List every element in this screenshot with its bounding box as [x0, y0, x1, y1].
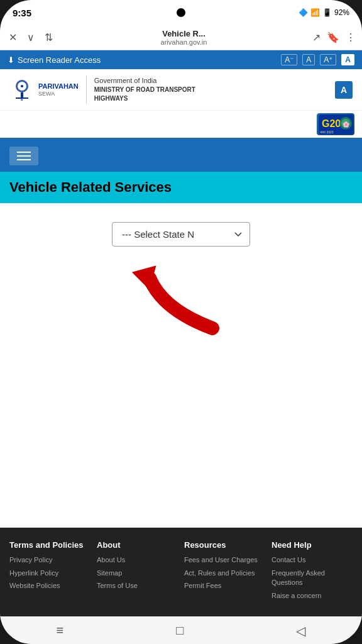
footer-link-website[interactable]: Website Policies: [9, 581, 90, 591]
wifi-icon: 📶: [310, 8, 320, 17]
red-arrow-icon: [112, 259, 250, 341]
tabs-button[interactable]: ⇅: [42, 30, 55, 45]
content-area: --- Select State N Andhra Pradesh Arunac…: [0, 203, 362, 528]
footer-link-hyperlink[interactable]: Hyperlink Policy: [9, 569, 90, 578]
ministry-line3: HIGHWAYS: [94, 94, 327, 103]
footer-link-act-rules[interactable]: Act, Rules and Policies: [184, 569, 265, 578]
bookmark-button[interactable]: 🔖: [327, 31, 339, 43]
font-size-controls: A⁻ A A⁺ A: [281, 54, 354, 65]
svg-text:भारत 2023: भारत 2023: [320, 130, 334, 134]
hamburger-line-1: [17, 152, 31, 153]
state-selector-wrapper: --- Select State N Andhra Pradesh Arunac…: [9, 222, 353, 247]
download-icon: ⬇: [8, 55, 14, 65]
footer-col1-title: Terms and Policies: [9, 540, 90, 551]
footer-link-fees[interactable]: Fees and User Charges: [184, 555, 265, 565]
footer-link-permit-fees[interactable]: Permit Fees: [184, 581, 265, 591]
url-display: arivahan.gov.in: [161, 38, 207, 46]
signal-icon: 📱: [322, 8, 332, 17]
logo-title: PARIVAHAN: [38, 82, 79, 91]
site-header: 🏛 PARIVAHAN SEWA Government of India MIN…: [0, 69, 362, 111]
footer-link-sitemap[interactable]: Sitemap: [97, 569, 178, 578]
browser-bar: ✕ ∨ ⇅ Vehicle R... arivahan.gov.in ↗ 🔖 ⋮: [0, 25, 362, 50]
url-area[interactable]: Vehicle R... arivahan.gov.in: [60, 29, 307, 46]
footer-col4-title: Need Help: [272, 540, 353, 551]
accessibility-bar: ⬇ Screen Reader Access A⁻ A A⁺ A: [0, 50, 362, 69]
logo-area: 🏛 PARIVAHAN SEWA: [9, 77, 79, 103]
svg-text:G20: G20: [322, 118, 341, 129]
g20-area: G20 🌸 भारत 2023: [0, 111, 362, 138]
svg-text:🏛: 🏛: [21, 98, 23, 101]
vehicle-services-title: Vehicle Related Services: [9, 179, 353, 196]
a-badge[interactable]: A: [335, 81, 353, 99]
footer-col-help: Need Help Contact Us Frequently Asked Qu…: [272, 540, 353, 604]
nav-back-button[interactable]: ◁: [283, 618, 318, 643]
font-small-button[interactable]: A⁻: [281, 54, 297, 65]
site-footer: Terms and Policies Privacy Policy Hyperl…: [0, 528, 362, 616]
footer-col-resources: Resources Fees and User Charges Act, Rul…: [184, 540, 265, 604]
footer-link-terms-of-use[interactable]: Terms of Use: [97, 581, 178, 591]
nav-bar: [0, 138, 362, 172]
camera-dot: [177, 8, 185, 17]
header-divider: [86, 75, 87, 104]
ashoka-emblem-icon: 🏛: [9, 77, 35, 103]
hamburger-line-2: [17, 155, 31, 157]
footer-link-about-us[interactable]: About Us: [97, 555, 178, 565]
font-medium-button[interactable]: A: [302, 54, 315, 65]
screen-reader-button[interactable]: ⬇ Screen Reader Access: [8, 55, 101, 65]
main-content: ⬇ Screen Reader Access A⁻ A A⁺ A: [0, 50, 362, 616]
svg-text:🌸: 🌸: [343, 121, 350, 128]
expand-button[interactable]: ∨: [25, 30, 37, 45]
share-button[interactable]: ↗: [312, 31, 321, 43]
battery-icon: 92%: [334, 8, 349, 17]
g20-logo: G20 🌸 भारत 2023: [317, 113, 354, 135]
more-menu-button[interactable]: ⋮: [346, 31, 356, 43]
font-current-button[interactable]: A: [341, 54, 354, 65]
page-title-browser: Vehicle R...: [162, 29, 206, 38]
footer-col-about: About About Us Sitemap Terms of Use: [97, 540, 178, 604]
menu-toggle-button[interactable]: [9, 147, 38, 165]
ministry-info: Government of India MINISTRY OF ROAD TRA…: [94, 76, 327, 103]
network-icon: 🔷: [299, 8, 308, 17]
footer-link-contact[interactable]: Contact Us: [272, 555, 353, 565]
logo-subtitle: SEWA: [38, 91, 79, 97]
close-tab-button[interactable]: ✕: [6, 30, 19, 45]
footer-link-raise-concern[interactable]: Raise a concern: [272, 591, 353, 601]
nav-menu-button[interactable]: ≡: [44, 618, 77, 643]
svg-point-2: [21, 85, 23, 87]
screen-reader-label: Screen Reader Access: [18, 55, 101, 65]
bottom-navigation: ≡ □ ◁: [0, 616, 362, 644]
browser-actions: ↗ 🔖 ⋮: [312, 31, 356, 43]
phone-frame: 9:35 🔷 📶 📱 92% ✕ ∨ ⇅ Vehicle R... arivah…: [0, 0, 362, 644]
status-bar: 9:35 🔷 📶 📱 92%: [0, 0, 362, 25]
arrow-annotation: [9, 259, 353, 341]
footer-col3-title: Resources: [184, 540, 265, 551]
nav-home-button[interactable]: □: [163, 618, 196, 643]
status-icons: 🔷 📶 📱 92%: [299, 8, 349, 17]
footer-grid: Terms and Policies Privacy Policy Hyperl…: [9, 540, 353, 604]
hamburger-line-3: [17, 159, 31, 160]
footer-col-terms: Terms and Policies Privacy Policy Hyperl…: [9, 540, 90, 604]
state-select-dropdown[interactable]: --- Select State N Andhra Pradesh Arunac…: [112, 222, 250, 247]
status-time: 9:35: [13, 8, 31, 18]
font-large-button[interactable]: A⁺: [320, 54, 336, 65]
hamburger-icon: [17, 152, 31, 160]
footer-link-faq[interactable]: Frequently Asked Questions: [272, 569, 353, 588]
footer-link-privacy[interactable]: Privacy Policy: [9, 555, 90, 565]
page-heading-bar: Vehicle Related Services: [0, 172, 362, 203]
ministry-line2: MINISTRY OF ROAD TRANSPORT: [94, 86, 327, 94]
ministry-line1: Government of India: [94, 77, 157, 84]
footer-col2-title: About: [97, 540, 178, 551]
